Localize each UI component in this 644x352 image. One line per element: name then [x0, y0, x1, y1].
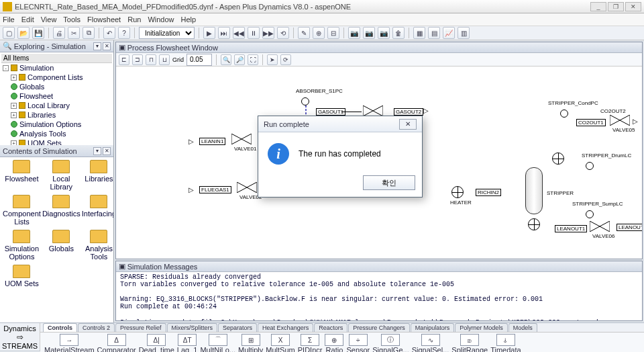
menu-tools[interactable]: Tools	[63, 15, 80, 24]
palette-item-multiply[interactable]: ⊞Multiply	[238, 334, 263, 352]
palette-item-comparator[interactable]: ΔComparator	[97, 334, 136, 352]
palette-item-dead-time[interactable]: Δ|Dead_time	[139, 334, 174, 352]
palette-tab-heat-exchangers[interactable]: Heat Exchangers	[258, 323, 313, 332]
palette-tab-separators[interactable]: Separators	[218, 323, 257, 332]
stream-co2out2[interactable]: CO2OUT2	[599, 108, 627, 114]
run-icon[interactable]: ▶	[203, 27, 215, 39]
fs-align-bottom-icon[interactable]: ⊔	[159, 54, 170, 65]
tree-uom-sets[interactable]: +UOM Sets	[1, 138, 112, 145]
maximize-button[interactable]: ❐	[608, 2, 624, 11]
cut-icon[interactable]: ✂	[68, 27, 80, 39]
controller-condpc[interactable]	[560, 109, 568, 118]
folder-diagnostics[interactable]: Diagnostics	[42, 195, 80, 226]
palette-tab-reactors[interactable]: Reactors	[314, 323, 347, 332]
palette-item-ratio[interactable]: ⊕Ratio	[325, 334, 343, 352]
fs-align-left-icon[interactable]: ⊏	[119, 54, 129, 65]
menu-file[interactable]: File	[3, 15, 15, 24]
layers-icon[interactable]: ▦	[413, 27, 425, 39]
fs-align-right-icon[interactable]: ⊐	[132, 54, 143, 65]
stream-leanout2[interactable]: LEANOUT2	[616, 224, 642, 231]
tree-libraries[interactable]: +Libraries	[1, 110, 112, 120]
block-valve06[interactable]	[590, 221, 610, 232]
palette-tab-pressure-changers[interactable]: Pressure Changers	[348, 323, 410, 332]
palette-item-signalsel-[interactable]: ∿SignalSel...	[412, 334, 449, 352]
table-icon[interactable]: ▥	[458, 27, 470, 39]
copy-icon[interactable]: ⧉	[83, 27, 95, 39]
palette-tab-controls[interactable]: Controls	[43, 323, 77, 332]
tree-sim-options[interactable]: Simulation Options	[1, 120, 112, 129]
palette-tab-controls-2[interactable]: Controls 2	[78, 323, 115, 332]
rewind-icon[interactable]: ◀◀	[233, 27, 245, 39]
menu-flowsheet[interactable]: Flowsheet	[87, 15, 121, 24]
delete-icon[interactable]: 🗑	[392, 27, 405, 39]
palette-materialstream[interactable]: →MaterialStream	[44, 334, 95, 352]
grid-value-input[interactable]	[186, 54, 212, 66]
menu-view[interactable]: View	[41, 15, 57, 24]
tree-flowsheet[interactable]: Flowsheet	[1, 91, 112, 101]
fastfwd-icon[interactable]: ▶▶	[262, 27, 274, 39]
stream-co2out1[interactable]: CO2OUT1	[576, 119, 606, 126]
palette-tab-models[interactable]: Models	[508, 323, 537, 332]
folder-flowsheet[interactable]: Flowsheet	[3, 160, 41, 191]
new-icon[interactable]: ▢	[3, 27, 15, 39]
menu-help[interactable]: Help	[181, 15, 197, 24]
block-valve02[interactable]	[237, 182, 257, 193]
grid-icon[interactable]: ▤	[428, 27, 440, 39]
fs-align-top-icon[interactable]: ⊓	[146, 54, 156, 65]
folder-libraries[interactable]: Libraries	[82, 160, 113, 191]
palette-item-multsum[interactable]: XMultSum	[266, 334, 294, 352]
fs-pointer-icon[interactable]: ➤	[267, 54, 278, 65]
folder-globals[interactable]: Globals	[42, 230, 80, 261]
fs-fit-icon[interactable]: ⛶	[248, 54, 258, 65]
block-heater[interactable]	[451, 186, 464, 198]
palette-item-multnilo-[interactable]: ⌒MultNiLo...	[200, 334, 235, 352]
hx-cond[interactable]	[552, 152, 564, 165]
fs-zoomin-icon[interactable]: 🔍	[221, 54, 231, 65]
block-stripper[interactable]	[525, 167, 543, 214]
palette-item-lag-1[interactable]: ΔTLag_1	[177, 334, 198, 352]
run-mode-select[interactable]: Initialization	[139, 27, 195, 39]
palette-tab-manipulators[interactable]: Manipulators	[411, 323, 455, 332]
folder-simulation-options[interactable]: Simulation Options	[3, 230, 41, 261]
palette-tab-pressure-relief[interactable]: Pressure Relief	[115, 323, 166, 332]
block-valve03[interactable]	[363, 105, 383, 116]
contents-close-icon[interactable]: ✕	[103, 147, 111, 155]
hx-reboiler[interactable]	[528, 218, 540, 230]
palette-item-pidincr[interactable]: ΣPIDIncr	[298, 334, 323, 352]
restart-icon[interactable]: ⟲	[277, 27, 289, 39]
undo-icon[interactable]: ↶	[103, 27, 115, 39]
folder-component-lists[interactable]: Component Lists	[3, 195, 41, 226]
explorer-close-icon[interactable]: ✕	[103, 42, 111, 50]
save-icon[interactable]: 💾	[32, 27, 44, 39]
stream-leanin1[interactable]: LEANIN1	[199, 138, 225, 145]
explorer-tree[interactable]: All Items -Simulation +Component Lists G…	[0, 52, 113, 145]
fs-zoomout-icon[interactable]: 🔎	[234, 54, 245, 65]
help-icon[interactable]: ?	[118, 27, 130, 39]
dialog-close-button[interactable]: ✕	[399, 119, 417, 130]
block-valve01[interactable]	[231, 134, 252, 144]
tool-a-icon[interactable]: ✎	[298, 27, 310, 39]
palette-item-splitrange[interactable]: ⎄SplitRange	[451, 334, 488, 352]
tool-c-icon[interactable]: ⊟	[327, 27, 339, 39]
folder-uom-sets[interactable]: UOM Sets	[3, 265, 41, 288]
snapshot-icon[interactable]: 📷	[348, 27, 360, 39]
menu-edit[interactable]: Edit	[21, 15, 34, 24]
stream-fluegas1[interactable]: FLUEGAS1	[199, 186, 231, 193]
folder-local-library[interactable]: Local Library	[42, 160, 80, 191]
palette-item-sensor[interactable]: ÷Sensor	[346, 334, 370, 352]
controller-sumplc[interactable]	[586, 210, 594, 218]
tree-root[interactable]: -Simulation	[1, 63, 112, 73]
fs-rotate-icon[interactable]: ⟳	[280, 54, 291, 65]
folder-analysis-tools[interactable]: Analysis Tools	[82, 230, 113, 261]
tool-b-icon[interactable]: ⊕	[313, 27, 325, 39]
minimize-button[interactable]: _	[590, 2, 606, 11]
tree-local-library[interactable]: +Local Library	[1, 101, 112, 110]
palette-tab-mixers-splitters[interactable]: Mixers/Splitters	[167, 323, 218, 332]
controller-absorber-s1pc[interactable]	[301, 97, 309, 105]
menu-window[interactable]: Window	[148, 15, 174, 24]
step-icon[interactable]: ⏭	[218, 27, 230, 39]
tree-analysis-tools[interactable]: Analysis Tools	[1, 129, 112, 138]
dialog-ok-button[interactable]: 확인	[363, 175, 415, 190]
tree-globals[interactable]: Globals	[1, 82, 112, 91]
controller-drumlc[interactable]	[586, 162, 594, 170]
